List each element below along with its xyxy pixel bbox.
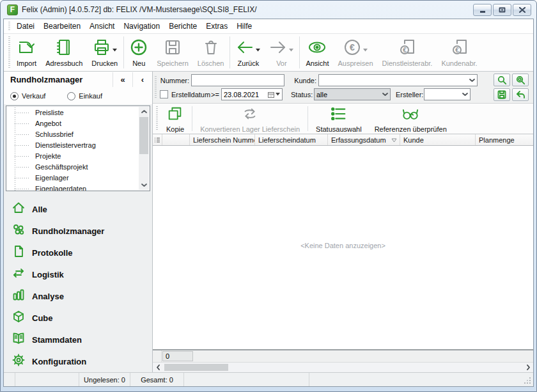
- scroll-down-icon[interactable]: [139, 180, 149, 190]
- close-button[interactable]: [513, 4, 531, 16]
- toolbar-grip: [8, 36, 10, 68]
- horizontal-scrollbar[interactable]: [153, 362, 533, 372]
- floppy-icon: [164, 38, 182, 59]
- radio-einkauf[interactable]: Einkauf: [67, 92, 102, 100]
- nav-item-analyse[interactable]: Analyse: [4, 285, 152, 307]
- app-logo-icon: F: [7, 4, 18, 15]
- menu-ansicht[interactable]: Ansicht: [85, 20, 119, 33]
- zurueck-button[interactable]: Zurück: [231, 34, 265, 71]
- vor-dropdown-icon: [289, 43, 293, 54]
- nav-item-alle[interactable]: Alle: [4, 198, 152, 220]
- filter-bar: Nummer: Kunde: E: [153, 72, 533, 104]
- invoice-euro-icon: €: [398, 38, 416, 59]
- actionbar-grip: [156, 106, 158, 131]
- nav-item-protokolle[interactable]: Protokolle: [4, 242, 152, 263]
- separator: [192, 106, 192, 131]
- restore-button[interactable]: [493, 4, 511, 16]
- resize-grip-icon[interactable]: [529, 382, 531, 384]
- menu-datei[interactable]: Datei: [12, 20, 39, 33]
- scroll-right-icon[interactable]: [523, 363, 533, 372]
- header-erfassungsdatum[interactable]: Erfassungsdatum: [328, 134, 400, 145]
- status-combo[interactable]: alle: [314, 88, 391, 100]
- tree-item[interactable]: Eigenlager: [7, 173, 138, 184]
- kundenabr-button: € Kundenabr.: [437, 34, 481, 71]
- separator: [123, 36, 124, 68]
- menu-extras[interactable]: Extras: [201, 20, 232, 33]
- unread-count: Ungelesen: 0: [79, 373, 130, 386]
- copy-icon: [167, 106, 183, 125]
- kunde-combo[interactable]: [318, 74, 478, 86]
- tree-item[interactable]: Eigenlagerdaten: [7, 184, 138, 191]
- application-window: F Felix (Admin) [4.0.5.72] db: FELIX /VM…: [0, 0, 537, 392]
- chevron-down-icon[interactable]: [467, 75, 477, 86]
- header-lieferscheindatum[interactable]: Lieferscheindatum: [255, 134, 328, 145]
- nav-item-logistik[interactable]: Logistik: [4, 263, 152, 285]
- kopie-button[interactable]: Kopie: [160, 104, 191, 134]
- cluster-icon: [12, 223, 25, 239]
- total-count: Gesamt: 0: [130, 373, 184, 386]
- nav-item-stammdaten[interactable]: Stammdaten: [4, 329, 152, 350]
- column-chooser-button[interactable]: [153, 134, 162, 145]
- document-icon: [12, 245, 25, 260]
- menubar-grip: [8, 22, 10, 31]
- radio-verkauf[interactable]: Verkauf: [10, 92, 45, 100]
- chevron-down-icon[interactable]: [460, 89, 470, 100]
- adressbuch-button[interactable]: Adressbuch: [41, 34, 87, 71]
- menubar: Datei Bearbeiten Ansicht Navigation Beri…: [4, 19, 533, 34]
- menu-hilfe[interactable]: Hilfe: [232, 20, 256, 33]
- header-lieferschein-nummer[interactable]: Lieferschein Nummer: [190, 134, 255, 145]
- tree-scrollbar-thumb[interactable]: [139, 117, 148, 154]
- zurueck-dropdown-icon[interactable]: [256, 43, 260, 54]
- status-bar: Ungelesen: 0 Gesamt: 0: [4, 372, 533, 386]
- radio-einkauf-label: Einkauf: [79, 92, 102, 100]
- calendar-dropdown-button[interactable]: [268, 91, 282, 98]
- search-button[interactable]: [494, 74, 510, 86]
- main-toolbar: Import Adressbuch Drucken: [4, 34, 533, 72]
- tree-scrollbar[interactable]: [139, 107, 149, 190]
- tree-item[interactable]: Dienstleistervertrag: [7, 140, 138, 151]
- menu-berichte[interactable]: Berichte: [164, 20, 201, 33]
- neu-button[interactable]: Neu: [125, 34, 152, 71]
- header-planmenge[interactable]: Planmenge: [476, 134, 533, 145]
- scroll-up-icon[interactable]: [139, 107, 149, 116]
- action-toolbar: Kopie Konvertieren Lager Lieferschein: [153, 104, 533, 134]
- reset-filter-button[interactable]: [512, 88, 529, 101]
- nav-item-cube[interactable]: Cube: [4, 307, 152, 329]
- search-options-button[interactable]: [512, 74, 529, 86]
- nummer-input[interactable]: [191, 74, 284, 86]
- arrow-left-icon: [236, 38, 254, 59]
- menu-navigation[interactable]: Navigation: [119, 20, 164, 33]
- tree-item[interactable]: Geschäftsprojekt: [7, 162, 138, 173]
- drucken-dropdown-icon[interactable]: [113, 43, 117, 54]
- svg-text:€: €: [350, 42, 355, 52]
- menu-bearbeiten[interactable]: Bearbeiten: [39, 20, 85, 33]
- separator: [230, 36, 230, 68]
- nav-item-konfiguration[interactable]: Konfiguration: [4, 350, 152, 372]
- header-kunde[interactable]: Kunde: [400, 134, 476, 145]
- ersteller-combo[interactable]: [424, 88, 471, 100]
- date-input[interactable]: 23.08.2021: [221, 88, 283, 100]
- collapse-all-button[interactable]: «: [113, 72, 132, 87]
- save-filter-button[interactable]: [494, 88, 510, 101]
- horizontal-scrollbar-thumb[interactable]: [164, 364, 228, 371]
- collapse-button[interactable]: ‹: [132, 72, 152, 87]
- ansicht-button[interactable]: Ansicht: [301, 34, 333, 71]
- tree-item[interactable]: Preisliste: [7, 107, 138, 118]
- table-header: Lieferschein Nummer Lieferscheindatum Er…: [153, 134, 533, 146]
- nav-item-rundholzmanager[interactable]: Rundholzmanager: [4, 220, 152, 242]
- header-indicator-column[interactable]: [162, 134, 190, 145]
- separator: [307, 106, 308, 131]
- import-button[interactable]: Import: [12, 34, 41, 71]
- minimize-button[interactable]: [473, 4, 492, 16]
- statusauswahl-button[interactable]: Statusauswahl: [309, 104, 368, 134]
- tree-item[interactable]: Angebot: [7, 118, 138, 129]
- eye-icon: [308, 38, 326, 59]
- chevron-down-icon[interactable]: [380, 89, 390, 100]
- drucken-button[interactable]: Drucken: [87, 34, 122, 71]
- referenzen-button[interactable]: Referenzen überprüfen: [368, 104, 453, 134]
- tree-item[interactable]: Projekte: [7, 151, 138, 162]
- scroll-left-icon[interactable]: [153, 363, 163, 372]
- erstelldatum-checkbox[interactable]: [160, 90, 168, 98]
- tree-item[interactable]: Schlussbrief: [7, 129, 138, 140]
- glasses-icon: [402, 106, 419, 125]
